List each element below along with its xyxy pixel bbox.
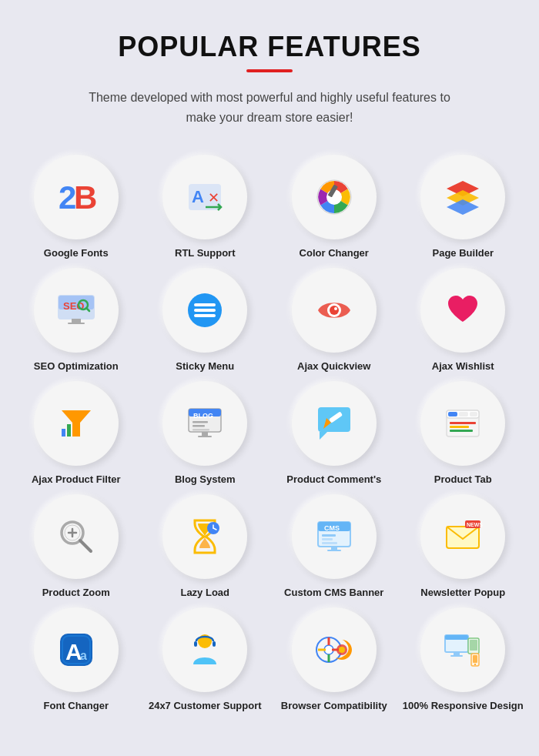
feature-item-ajax-quickview: Ajax Quickview <box>273 268 395 373</box>
feature-item-seo-optimization: SEO SEO Optimization <box>15 268 137 373</box>
feature-icon-sticky-menu <box>162 268 247 353</box>
feature-label-font-changer: Font Changer <box>44 700 109 713</box>
feature-icon-ajax-wishlist <box>420 268 505 353</box>
feature-item-ajax-product-filter: Ajax Product Filter <box>15 381 137 487</box>
feature-icon-product-tab <box>420 381 505 466</box>
feature-item-rtl-support: A ✕ RTL Support <box>145 155 266 260</box>
svg-rect-33 <box>192 425 205 427</box>
svg-rect-60 <box>322 542 337 544</box>
feature-item-google-fonts: 2 B Google Fonts <box>15 155 137 260</box>
feature-item-lazy-load: Lazy Load <box>145 494 266 600</box>
svg-text:✕: ✕ <box>208 190 219 206</box>
feature-label-sticky-menu: Sticky Menu <box>176 360 234 373</box>
feature-label-ajax-quickview: Ajax Quickview <box>297 360 370 373</box>
svg-rect-36 <box>198 436 212 437</box>
svg-rect-58 <box>322 534 336 537</box>
svg-rect-72 <box>213 641 216 647</box>
feature-label-ajax-product-filter: Ajax Product Filter <box>32 473 121 487</box>
feature-icon-page-builder <box>420 155 505 239</box>
svg-rect-15 <box>68 323 85 324</box>
feature-item-sticky-menu: Sticky Menu <box>145 268 266 373</box>
svg-rect-81 <box>450 655 463 657</box>
feature-icon-lazy-load <box>162 494 247 579</box>
svg-rect-35 <box>202 432 208 436</box>
feature-item-product-zoom: Product Zoom <box>15 494 137 600</box>
svg-rect-28 <box>67 424 71 437</box>
svg-rect-46 <box>450 430 473 432</box>
svg-rect-27 <box>62 429 65 437</box>
svg-text:BLOG: BLOG <box>193 412 213 420</box>
page-title: POPULAR FEATURES <box>118 31 420 63</box>
svg-rect-14 <box>72 319 81 323</box>
svg-text:CMS: CMS <box>324 524 340 532</box>
svg-rect-41 <box>448 412 457 416</box>
svg-rect-45 <box>450 426 469 428</box>
feature-icon-browser-compatibility <box>292 607 377 692</box>
feature-item-responsive-design: 100% Responsive Design <box>403 607 524 713</box>
feature-icon-color-changer <box>292 155 377 239</box>
svg-rect-21 <box>194 309 216 312</box>
svg-rect-32 <box>192 421 208 423</box>
svg-rect-22 <box>194 314 216 317</box>
svg-rect-20 <box>194 303 216 306</box>
svg-text:NEWS: NEWS <box>467 522 483 527</box>
svg-rect-79 <box>445 635 468 640</box>
feature-icon-google-fonts: 2 B <box>34 155 119 239</box>
feature-icon-product-zoom <box>34 494 119 579</box>
feature-icon-ajax-product-filter <box>34 381 119 466</box>
feature-icon-customer-support <box>162 607 247 692</box>
feature-item-color-changer: Color Changer <box>273 155 395 260</box>
svg-point-86 <box>474 664 476 665</box>
feature-label-blog-system: Blog System <box>175 473 236 487</box>
feature-label-responsive-design: 100% Responsive Design <box>403 700 524 713</box>
svg-rect-80 <box>454 652 460 655</box>
feature-icon-rtl-support: A ✕ <box>162 155 247 239</box>
feature-label-rtl-support: RTL Support <box>175 247 235 260</box>
svg-text:SEO: SEO <box>63 300 84 312</box>
svg-point-24 <box>330 306 339 315</box>
feature-item-blog-system: BLOG Blog System <box>145 381 266 487</box>
feature-icon-blog-system: BLOG <box>162 381 247 466</box>
svg-rect-85 <box>473 655 477 663</box>
feature-label-google-fonts: Google Fonts <box>44 247 109 260</box>
svg-marker-11 <box>447 199 479 215</box>
features-grid: 2 B Google Fonts A ✕ RTL Support <box>15 155 524 712</box>
feature-icon-product-comments <box>292 381 377 466</box>
svg-rect-62 <box>327 550 341 551</box>
svg-line-49 <box>80 540 91 551</box>
feature-item-page-builder: Page Builder <box>403 155 524 260</box>
svg-rect-43 <box>470 412 477 416</box>
svg-text:A: A <box>192 187 204 206</box>
title-underline <box>246 69 293 72</box>
feature-label-product-tab: Product Tab <box>434 473 492 487</box>
feature-label-custom-cms-banner: Custom CMS Banner <box>284 587 383 600</box>
feature-icon-font-changer: A a <box>34 607 119 692</box>
feature-icon-custom-cms-banner: CMS <box>292 494 377 579</box>
svg-point-77 <box>339 647 345 653</box>
svg-text:a: a <box>80 649 87 662</box>
feature-icon-responsive-design <box>420 607 505 692</box>
feature-item-custom-cms-banner: CMS Custom CMS Banner <box>273 494 395 600</box>
feature-item-browser-compatibility: Browser Compatibility <box>273 607 395 713</box>
feature-icon-newsletter-popup: NEWS <box>420 494 505 579</box>
svg-rect-44 <box>450 422 476 424</box>
svg-point-25 <box>334 307 337 310</box>
feature-icon-ajax-quickview <box>292 268 377 353</box>
svg-rect-61 <box>331 547 337 550</box>
feature-icon-seo-optimization: SEO <box>34 268 119 353</box>
subtitle: Theme developed with most powerful and h… <box>85 88 454 127</box>
svg-rect-42 <box>459 412 468 416</box>
feature-label-product-comments: Product Comment's <box>286 473 381 487</box>
feature-label-customer-support: 24x7 Customer Support <box>149 700 262 713</box>
feature-item-ajax-wishlist: Ajax Wishlist <box>403 268 524 373</box>
feature-label-color-changer: Color Changer <box>300 247 369 260</box>
feature-label-product-zoom: Product Zoom <box>42 587 110 600</box>
feature-label-ajax-wishlist: Ajax Wishlist <box>432 360 494 373</box>
feature-item-newsletter-popup: NEWS Newsletter Popup <box>403 494 524 600</box>
feature-label-lazy-load: Lazy Load <box>180 587 229 600</box>
feature-item-customer-support: 24x7 Customer Support <box>145 607 266 713</box>
svg-rect-83 <box>470 640 477 651</box>
feature-label-seo-optimization: SEO Optimization <box>34 360 119 373</box>
feature-label-page-builder: Page Builder <box>433 247 494 260</box>
feature-label-newsletter-popup: Newsletter Popup <box>420 587 505 600</box>
